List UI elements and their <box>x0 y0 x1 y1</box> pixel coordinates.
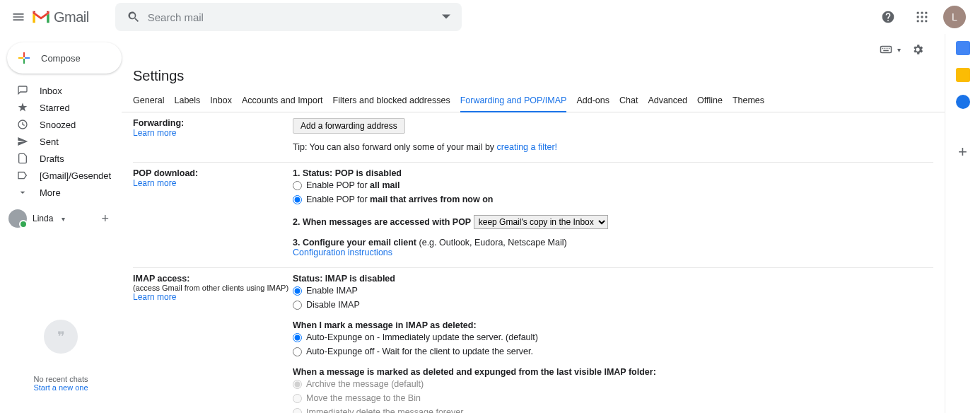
sidebar-item-more[interactable]: More <box>0 184 122 201</box>
tab-labels[interactable]: Labels <box>174 90 200 112</box>
pop-action-select[interactable]: keep Gmail's copy in the Inbox <box>474 215 608 229</box>
input-tools-caret-icon[interactable]: ▾ <box>897 46 901 54</box>
pop-enable-all-radio[interactable] <box>293 181 302 190</box>
get-addons-icon[interactable]: + <box>958 143 967 161</box>
search-options-icon[interactable] <box>435 13 457 21</box>
imap-expunged-title: When a message is marked as deleted and … <box>293 367 933 377</box>
svg-point-2 <box>925 12 927 14</box>
imap-title: IMAP access: <box>133 274 293 284</box>
svg-rect-15 <box>883 50 889 52</box>
tab-offline[interactable]: Offline <box>697 90 723 112</box>
tab-forwarding-pop-imap[interactable]: Forwarding and POP/IMAP <box>460 90 567 112</box>
move-bin-radio[interactable] <box>293 394 302 403</box>
expunge-on-radio[interactable] <box>293 333 302 342</box>
svg-point-3 <box>917 16 919 18</box>
start-chat-link[interactable]: Start a new one <box>33 383 88 392</box>
tab-filters[interactable]: Filters and blocked addresses <box>333 90 450 112</box>
settings-tabs: General Labels Inbox Accounts and Import… <box>122 90 945 112</box>
svg-point-4 <box>921 16 923 18</box>
no-chats-text: No recent chats <box>33 375 88 383</box>
tab-general[interactable]: General <box>133 90 164 112</box>
imap-learn-more-link[interactable]: Learn more <box>133 292 176 302</box>
sidebar-item-snoozed[interactable]: Snoozed <box>0 116 122 133</box>
tab-chat[interactable]: Chat <box>619 90 638 112</box>
keep-addon-icon[interactable] <box>956 68 970 82</box>
pop-status: POP is disabled <box>335 168 402 178</box>
pop-enable-now-radio[interactable] <box>293 195 302 204</box>
svg-rect-12 <box>885 48 886 50</box>
apps-grid-icon[interactable] <box>909 4 935 30</box>
tab-inbox[interactable]: Inbox <box>210 90 232 112</box>
sidebar-item-inbox[interactable]: Inbox <box>0 82 122 99</box>
svg-rect-14 <box>889 48 890 50</box>
tab-addons[interactable]: Add-ons <box>576 90 609 112</box>
tab-themes[interactable]: Themes <box>733 90 764 112</box>
hamburger-menu-icon[interactable] <box>6 4 31 30</box>
svg-point-6 <box>917 20 919 22</box>
imap-disable-radio[interactable] <box>293 301 302 310</box>
forwarding-tip-text: Tip: You can also forward only some of y… <box>293 142 497 152</box>
sidebar-item-starred[interactable]: Starred <box>0 99 122 116</box>
pop-title: POP download: <box>133 168 293 178</box>
account-avatar[interactable]: L <box>943 6 966 28</box>
svg-rect-13 <box>887 48 888 50</box>
add-forwarding-address-button[interactable]: Add a forwarding address <box>293 118 405 134</box>
hangouts-add-icon[interactable]: + <box>97 211 113 226</box>
hangouts-user[interactable]: Linda ▾ <box>8 209 65 228</box>
section-imap: IMAP access: (access Gmail from other cl… <box>133 268 933 413</box>
sidebar-item-label[interactable]: [Gmail]/Gesendet <box>0 167 122 184</box>
svg-point-8 <box>925 20 927 22</box>
svg-rect-10 <box>881 47 892 53</box>
tab-accounts[interactable]: Accounts and Import <box>242 90 323 112</box>
forwarding-title: Forwarding: <box>133 118 293 128</box>
section-pop: POP download: Learn more 1. Status: POP … <box>133 163 933 268</box>
expunge-off-radio[interactable] <box>293 347 302 356</box>
delete-forever-radio[interactable] <box>293 408 302 414</box>
section-forwarding: Forwarding: Learn more Add a forwarding … <box>133 112 933 163</box>
hangouts-caret-icon[interactable]: ▾ <box>62 215 65 223</box>
help-icon[interactable] <box>875 4 901 30</box>
pop-learn-more-link[interactable]: Learn more <box>133 178 176 188</box>
search-input[interactable] <box>148 11 435 23</box>
svg-rect-11 <box>882 48 884 50</box>
svg-point-7 <box>921 20 923 22</box>
pop-config-instructions-link[interactable]: Configuration instructions <box>293 248 392 257</box>
compose-label: Compose <box>41 53 81 64</box>
tasks-addon-icon[interactable] <box>956 95 970 109</box>
search-bar[interactable] <box>115 3 462 31</box>
page-title: Settings <box>122 65 945 90</box>
svg-point-5 <box>925 16 927 18</box>
svg-point-1 <box>921 12 923 14</box>
chat-bubble-icon: ❞ <box>44 320 78 354</box>
input-tools-icon[interactable] <box>873 37 899 62</box>
sidebar-item-sent[interactable]: Sent <box>0 133 122 150</box>
sidebar-item-drafts[interactable]: Drafts <box>0 150 122 167</box>
gmail-logo-text: Gmail <box>54 9 89 25</box>
imap-status: IMAP is disabled <box>325 274 395 284</box>
imap-subtitle: (access Gmail from other clients using I… <box>133 284 293 292</box>
create-filter-link[interactable]: creating a filter! <box>497 142 557 152</box>
svg-point-0 <box>917 12 919 14</box>
settings-gear-icon[interactable] <box>905 37 931 62</box>
gmail-logo[interactable]: Gmail <box>31 9 89 25</box>
archive-radio[interactable] <box>293 380 302 389</box>
compose-button[interactable]: Compose <box>7 42 122 74</box>
tab-advanced[interactable]: Advanced <box>648 90 687 112</box>
imap-deleted-title: When I mark a message in IMAP as deleted… <box>293 320 933 330</box>
forwarding-learn-more-link[interactable]: Learn more <box>133 128 176 138</box>
search-icon[interactable] <box>119 10 148 24</box>
imap-enable-radio[interactable] <box>293 286 302 296</box>
hangouts-avatar <box>8 209 27 228</box>
calendar-addon-icon[interactable] <box>956 41 970 55</box>
